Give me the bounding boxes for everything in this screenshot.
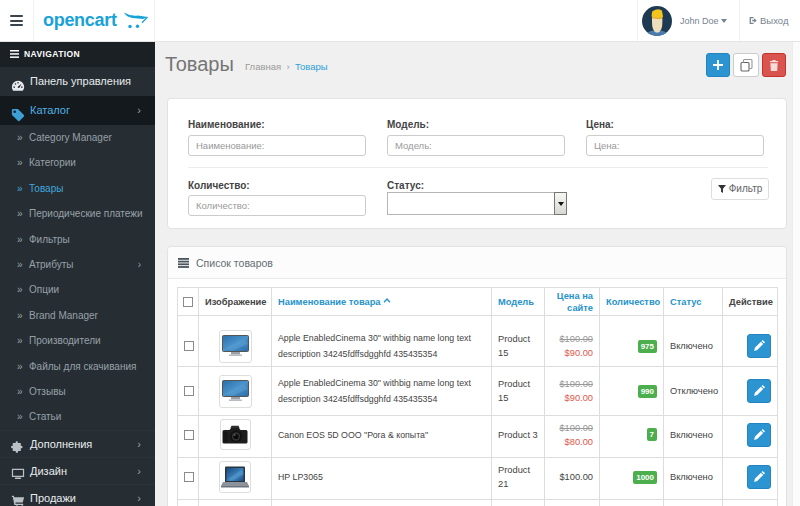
svg-text:opencart: opencart xyxy=(43,10,117,30)
